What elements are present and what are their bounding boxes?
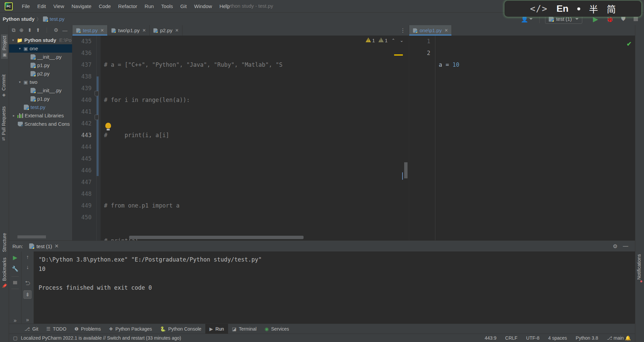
menu-view[interactable]: View xyxy=(50,1,67,11)
fold-marker[interactable] xyxy=(95,115,99,120)
encoding-selector[interactable]: UTF-8 xyxy=(526,335,540,341)
menu-file[interactable]: File xyxy=(19,1,33,11)
ime-simplified-mode[interactable]: 简 xyxy=(607,2,616,15)
tree-file-p1-two[interactable]: p1.py xyxy=(9,95,72,103)
notification-badge xyxy=(640,280,642,282)
breadcrumb-file[interactable]: test.py xyxy=(43,16,64,22)
status-message[interactable]: Localized PyCharm 2022.1 is available //… xyxy=(21,335,181,341)
menu-run[interactable]: Run xyxy=(142,1,157,11)
tab-p2-py[interactable]: p2.py ✕ xyxy=(150,25,182,36)
tab-test-py[interactable]: test.py ✕ xyxy=(72,25,108,36)
tree-file-p2-one[interactable]: p2.py xyxy=(9,69,72,78)
close-icon[interactable]: ✕ xyxy=(444,28,448,33)
collapse-all-icon[interactable]: ⬆ xyxy=(36,27,40,33)
notification-bell-icon[interactable]: 🔔 xyxy=(625,335,631,341)
inspection-widget[interactable]: 1 1 ⌃ ⌄ xyxy=(366,38,404,43)
tool-stripe-structure[interactable]: Structure xyxy=(2,233,7,252)
tool-stripe-commit[interactable]: ◈ Commit xyxy=(1,74,6,98)
menu-tools[interactable]: Tools xyxy=(158,1,176,11)
expand-all-icon[interactable]: ⬍ xyxy=(28,27,32,33)
gear-icon[interactable]: ⚙ xyxy=(613,243,618,249)
hide-panel-icon[interactable]: — xyxy=(623,243,628,249)
tree-file-test[interactable]: test.py xyxy=(9,103,72,111)
toolbar-python-console[interactable]: 🐍 Python Console xyxy=(156,324,205,334)
tree-file-init-one[interactable]: __init__.py xyxy=(9,53,72,61)
stop-button[interactable] xyxy=(634,17,638,21)
git-branch-widget[interactable]: ⎇ main 🔔 xyxy=(607,335,631,341)
hide-panel-icon[interactable]: — xyxy=(62,27,67,33)
tree-folder-two[interactable]: ▾ ▣ two xyxy=(9,78,72,86)
no-problems-icon[interactable]: ✔ xyxy=(627,38,632,50)
up-stack-trace-icon[interactable]: ↑ xyxy=(26,254,29,260)
tree-root-python-study[interactable]: ▾ 📁 Python study E:\Po xyxy=(9,36,72,44)
editor-test-py[interactable]: 435 436 437 438 439 440 441 442 443 44 xyxy=(72,36,409,240)
toolbar-problems[interactable]: ❶ Problems xyxy=(70,324,105,334)
tree-file-p1-one[interactable]: p1.py xyxy=(9,61,72,69)
menu-edit[interactable]: Edit xyxy=(34,1,49,11)
close-icon[interactable]: ✕ xyxy=(100,28,104,33)
intention-bulb-icon[interactable] xyxy=(105,123,111,128)
tab-two-p1-py[interactable]: two\p1.py ✕ xyxy=(108,25,150,36)
window-icon[interactable]: ▢ xyxy=(13,335,17,341)
ime-language-mode[interactable]: En xyxy=(556,3,569,14)
tool-stripe-notifications[interactable]: Notifications xyxy=(636,254,642,282)
project-tree: ▾ 📁 Python study E:\Po ▾ ▣ one __i xyxy=(9,35,72,128)
fold-marker[interactable] xyxy=(95,91,99,96)
tab-options-icon[interactable]: ⋮ xyxy=(397,25,409,36)
ime-overlay[interactable]: </> En 半 简 xyxy=(504,1,641,17)
down-stack-trace-icon[interactable]: ↓ xyxy=(26,264,29,270)
toolbar-todo[interactable]: ☰ TODO xyxy=(42,324,70,334)
editor-hscrollbar[interactable] xyxy=(129,236,304,239)
caret-position[interactable]: 443:9 xyxy=(485,335,496,341)
stop-button[interactable] xyxy=(13,281,17,284)
toolbar-python-packages[interactable]: ❖ Python Packages xyxy=(105,324,156,334)
editor-one-p1-py[interactable]: 1 2 a = 10 ✔ xyxy=(409,36,635,240)
menu-navigate[interactable]: Navigate xyxy=(68,1,94,11)
toolbar-services[interactable]: ◉ Services xyxy=(261,324,293,334)
ime-halfwidth-mode[interactable]: 半 xyxy=(589,2,598,15)
tool-stripe-project[interactable]: ▣ Project xyxy=(1,35,8,59)
indent-selector[interactable]: 4 spaces xyxy=(548,335,567,341)
locate-icon[interactable]: ⊕ xyxy=(19,27,24,33)
run-console-output[interactable]: "D:\Python 3.8\python.exe" "E:/Postgradu… xyxy=(34,251,635,324)
rerun-button[interactable]: ▶ xyxy=(13,254,17,261)
editor-vscrollbar[interactable] xyxy=(404,162,408,178)
next-problem-icon[interactable]: ⌄ xyxy=(399,38,404,43)
tree-folder-one[interactable]: ▾ ▣ one xyxy=(9,44,72,53)
tab-one-p1-py[interactable]: one\p1.py ✕ xyxy=(409,25,452,36)
menu-code[interactable]: Code xyxy=(96,1,114,11)
code-area[interactable]: # a = ["C++", "Python", "Java", "Ruby", … xyxy=(101,36,409,240)
toolbar-terminal[interactable]: ◪ Terminal xyxy=(228,324,261,334)
python-file-icon xyxy=(24,105,29,110)
tree-external-libraries[interactable]: ▸ External Libraries xyxy=(9,111,72,120)
menu-refactor[interactable]: Refactor xyxy=(115,1,140,11)
code-area[interactable]: a = 10 ✔ xyxy=(435,36,635,240)
tool-stripe-pull-requests[interactable]: ⇅ Pull Requests xyxy=(1,106,6,141)
project-scrollbar[interactable] xyxy=(17,235,46,238)
interpreter-selector[interactable]: Python 3.8 xyxy=(576,335,598,341)
fold-gutter[interactable] xyxy=(97,36,101,240)
tree-scratches[interactable]: Scratches and Cons xyxy=(9,120,72,128)
breadcrumb-project[interactable]: Python study xyxy=(3,16,35,22)
toolbar-run[interactable]: ▶ Run xyxy=(205,324,228,334)
scroll-to-end-icon[interactable]: ⇟ xyxy=(23,290,31,299)
tree-file-init-two[interactable]: __init__.py xyxy=(9,86,72,95)
line-ending-selector[interactable]: CRLF xyxy=(505,335,518,341)
run-tab-test1[interactable]: test (1) ✕ xyxy=(26,242,61,250)
close-icon[interactable]: ✕ xyxy=(54,243,59,249)
close-icon[interactable]: ✕ xyxy=(142,28,146,33)
soft-wrap-icon[interactable]: ⮌ xyxy=(25,280,30,286)
more-actions-icon[interactable]: » xyxy=(14,318,17,324)
select-opened-file-icon[interactable]: ⧉ xyxy=(12,27,15,33)
prev-problem-icon[interactable]: ⌃ xyxy=(391,38,396,43)
close-icon[interactable]: ✕ xyxy=(175,28,179,33)
run-console-toolbar: ↑ ↓ ⮌ ⇟ » xyxy=(21,251,34,324)
more-actions-icon[interactable]: » xyxy=(26,317,29,323)
python-file-icon xyxy=(31,54,36,60)
toolbar-git[interactable]: ⎇ Git xyxy=(20,324,42,334)
menu-git[interactable]: Git xyxy=(177,1,190,11)
gear-icon[interactable]: ⚙ xyxy=(54,27,58,33)
settings-wrench-icon[interactable]: 🔧 xyxy=(12,266,18,272)
menu-window[interactable]: Window xyxy=(191,1,215,11)
tool-stripe-bookmarks[interactable]: 🔖 Bookmarks xyxy=(2,258,7,288)
